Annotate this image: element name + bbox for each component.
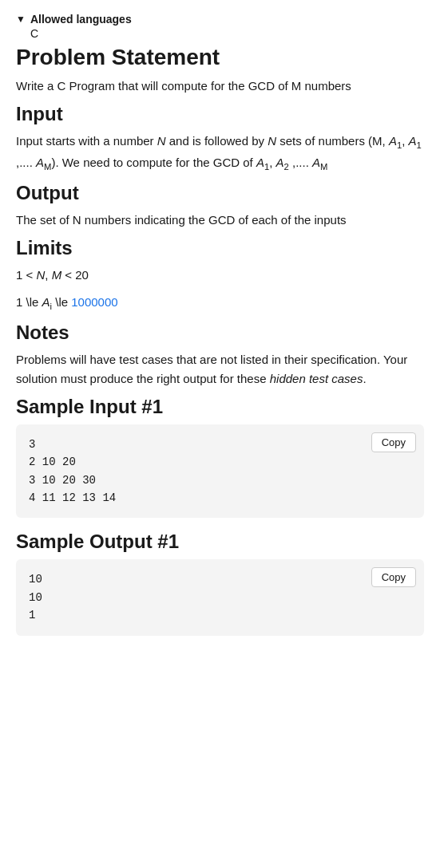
n-italic-1: N bbox=[157, 134, 166, 148]
a1-sub-2: 1 bbox=[417, 140, 422, 150]
n-italic-2: N bbox=[268, 134, 276, 148]
output-title: Output bbox=[16, 182, 424, 204]
am-italic: A bbox=[36, 156, 44, 169]
notes-italic: hidden test cases bbox=[270, 372, 363, 385]
ai-sub: i bbox=[50, 302, 53, 311]
chevron-down-icon: ▼ bbox=[16, 14, 26, 25]
input-title: Input bbox=[16, 103, 424, 125]
notes-description: Problems will have test cases that are n… bbox=[16, 350, 424, 388]
limit-1: 1 < N, M < 20 bbox=[16, 266, 424, 285]
output-section: Output The set of N numbers indicating t… bbox=[16, 182, 424, 229]
am-italic-2: A bbox=[312, 156, 320, 169]
sample-input-section: Sample Input #1 Copy 3 2 10 20 3 10 20 3… bbox=[16, 396, 424, 519]
m-italic-limit: M bbox=[52, 268, 62, 282]
notes-title: Notes bbox=[16, 322, 424, 344]
problem-statement-section: Problem Statement Write a C Program that… bbox=[16, 45, 424, 95]
sample-input-code: 3 2 10 20 3 10 20 30 4 11 12 13 14 bbox=[29, 436, 411, 507]
input-section: Input Input starts with a number N and i… bbox=[16, 103, 424, 174]
copy-input-button[interactable]: Copy bbox=[371, 432, 416, 452]
a1-1: A bbox=[389, 134, 397, 148]
a1-2: A bbox=[409, 134, 417, 148]
am-sub: M bbox=[44, 162, 51, 172]
sample-output-code-block: Copy 10 10 1 bbox=[16, 559, 424, 635]
am-sub-2: M bbox=[320, 162, 327, 172]
limit-2: 1 \le Ai \le 1000000 bbox=[16, 293, 424, 314]
allowed-languages-value: C bbox=[30, 27, 424, 40]
sample-output-section: Sample Output #1 Copy 10 10 1 bbox=[16, 531, 424, 635]
a1-3: A bbox=[256, 156, 264, 169]
allowed-languages-label: Allowed languages bbox=[30, 13, 132, 26]
a2-italic: A bbox=[276, 156, 284, 169]
copy-output-button[interactable]: Copy bbox=[371, 567, 416, 587]
sample-output-title: Sample Output #1 bbox=[16, 531, 424, 553]
sample-input-code-block: Copy 3 2 10 20 3 10 20 30 4 11 12 13 14 bbox=[16, 424, 424, 519]
limits-section: Limits 1 < N, M < 20 1 \le Ai \le 100000… bbox=[16, 237, 424, 314]
a1-sub-1: 1 bbox=[397, 140, 402, 150]
ai-italic: A bbox=[42, 295, 50, 309]
problem-statement-title: Problem Statement bbox=[16, 45, 424, 70]
limits-title: Limits bbox=[16, 237, 424, 259]
output-description: The set of N numbers indicating the GCD … bbox=[16, 211, 424, 229]
sample-input-title: Sample Input #1 bbox=[16, 396, 424, 418]
n-italic-limit: N bbox=[36, 268, 45, 282]
input-description: Input starts with a number N and is foll… bbox=[16, 132, 424, 174]
problem-statement-description: Write a C Program that will compute for … bbox=[16, 77, 424, 95]
a2-sub: 2 bbox=[284, 162, 289, 172]
sample-output-code: 10 10 1 bbox=[29, 570, 411, 624]
notes-section: Notes Problems will have test cases that… bbox=[16, 322, 424, 388]
a1-sub-3: 1 bbox=[264, 162, 269, 172]
allowed-languages-section: ▼ Allowed languages C bbox=[16, 13, 424, 40]
limit-number: 1000000 bbox=[71, 295, 117, 309]
